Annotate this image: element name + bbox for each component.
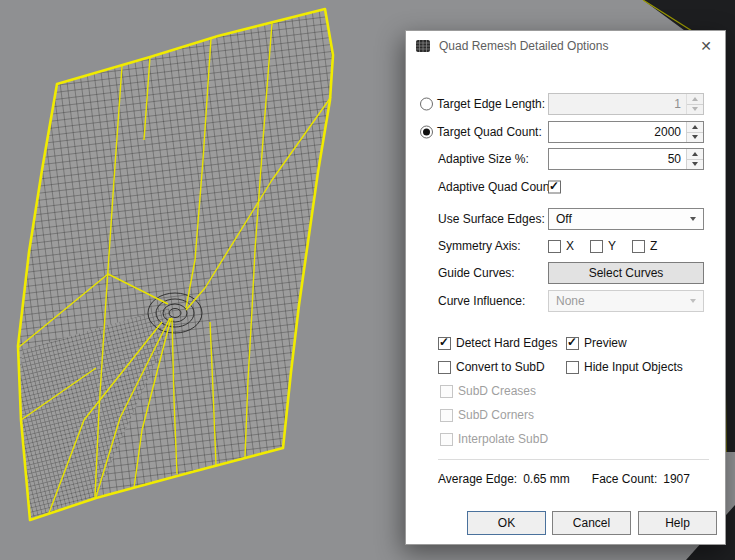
symmetry-x-label: X bbox=[566, 239, 574, 253]
row-subd-creases: SubD Creases bbox=[406, 380, 725, 402]
symmetry-z-toggle[interactable]: Z bbox=[632, 239, 657, 253]
close-icon[interactable]: ✕ bbox=[691, 34, 721, 58]
preview-label: Preview bbox=[584, 336, 627, 350]
spin-up-icon[interactable] bbox=[687, 149, 703, 159]
subd-corners-toggle: SubD Corners bbox=[440, 408, 534, 422]
row-toggles-1: Detect Hard Edges Preview bbox=[406, 332, 725, 354]
subd-creases-label: SubD Creases bbox=[458, 384, 536, 398]
use-surface-edges-dropdown[interactable]: Off bbox=[548, 208, 704, 230]
face-count-value: 1907 bbox=[663, 472, 690, 486]
symmetry-y-toggle[interactable]: Y bbox=[590, 239, 616, 253]
adaptive-quad-count-label: Adaptive Quad Count: bbox=[438, 180, 556, 194]
row-target-quad-count: Target Quad Count: 2000 bbox=[406, 121, 725, 143]
symmetry-y-label: Y bbox=[608, 239, 616, 253]
preview-toggle[interactable]: Preview bbox=[566, 336, 627, 350]
row-adaptive-size: Adaptive Size %: 50 bbox=[406, 148, 725, 170]
row-interpolate-subd: Interpolate SubD bbox=[406, 428, 725, 450]
symmetry-y-checkbox[interactable] bbox=[590, 240, 603, 253]
subd-corners-label: SubD Corners bbox=[458, 408, 534, 422]
spin-down-icon bbox=[687, 104, 703, 115]
detect-hard-edges-checkbox[interactable] bbox=[438, 337, 451, 350]
hide-input-objects-toggle[interactable]: Hide Input Objects bbox=[566, 360, 683, 374]
curve-influence-dropdown: None bbox=[548, 290, 704, 312]
target-quad-count-spinner[interactable] bbox=[686, 122, 703, 142]
row-toggles-2: Convert to SubD Hide Input Objects bbox=[406, 356, 725, 378]
row-target-edge-length: Target Edge Length: 1 bbox=[406, 93, 725, 115]
spin-up-icon[interactable] bbox=[687, 122, 703, 132]
average-edge-label: Average Edge: bbox=[438, 472, 517, 486]
hide-input-objects-label: Hide Input Objects bbox=[584, 360, 683, 374]
row-symmetry-axis: Symmetry Axis: X Y Z bbox=[406, 235, 725, 257]
interpolate-subd-label: Interpolate SubD bbox=[458, 432, 548, 446]
help-button[interactable]: Help bbox=[638, 511, 717, 535]
curve-influence-value: None bbox=[556, 294, 585, 308]
interpolate-subd-toggle: Interpolate SubD bbox=[440, 432, 548, 446]
symmetry-z-label: Z bbox=[650, 239, 657, 253]
target-quad-count-radio[interactable] bbox=[420, 126, 433, 139]
ok-button[interactable]: OK bbox=[467, 511, 546, 535]
detect-hard-edges-label: Detect Hard Edges bbox=[456, 336, 557, 350]
row-use-surface-edges: Use Surface Edges: Off bbox=[406, 208, 725, 230]
subd-creases-toggle: SubD Creases bbox=[440, 384, 536, 398]
hide-input-objects-checkbox[interactable] bbox=[566, 361, 579, 374]
adaptive-quad-count-checkbox[interactable] bbox=[548, 181, 561, 194]
row-curve-influence: Curve Influence: None bbox=[406, 290, 725, 312]
spin-up-icon bbox=[687, 94, 703, 104]
convert-to-subd-label: Convert to SubD bbox=[456, 360, 545, 374]
detect-hard-edges-toggle[interactable]: Detect Hard Edges bbox=[438, 336, 557, 350]
target-edge-length-spinner bbox=[686, 94, 703, 114]
symmetry-x-toggle[interactable]: X bbox=[548, 239, 574, 253]
face-count-label: Face Count: bbox=[592, 472, 657, 486]
adaptive-size-input[interactable]: 50 bbox=[548, 148, 704, 170]
target-edge-length-label: Target Edge Length: bbox=[437, 97, 545, 111]
guide-curves-label: Guide Curves: bbox=[438, 266, 515, 280]
target-quad-count-value[interactable]: 2000 bbox=[549, 122, 686, 142]
target-edge-length-value: 1 bbox=[549, 94, 686, 114]
quad-remesh-icon bbox=[415, 38, 431, 54]
symmetry-x-checkbox[interactable] bbox=[548, 240, 561, 253]
use-surface-edges-label: Use Surface Edges: bbox=[438, 212, 545, 226]
adaptive-size-spinner[interactable] bbox=[686, 149, 703, 169]
select-curves-button[interactable]: Select Curves bbox=[548, 262, 704, 284]
quad-remesh-options-dialog: Quad Remesh Detailed Options ✕ Target Ed… bbox=[405, 30, 726, 545]
preview-checkbox[interactable] bbox=[566, 337, 579, 350]
use-surface-edges-value: Off bbox=[556, 212, 572, 226]
dialog-title: Quad Remesh Detailed Options bbox=[439, 39, 608, 53]
divider bbox=[438, 459, 709, 460]
convert-to-subd-checkbox[interactable] bbox=[438, 361, 451, 374]
row-guide-curves: Guide Curves: Select Curves bbox=[406, 262, 725, 284]
interpolate-subd-checkbox bbox=[440, 433, 453, 446]
dialog-titlebar[interactable]: Quad Remesh Detailed Options ✕ bbox=[406, 31, 725, 61]
symmetry-axis-label: Symmetry Axis: bbox=[438, 239, 521, 253]
status-bar: Average Edge: 0.65 mm Face Count: 1907 bbox=[438, 472, 690, 486]
chevron-down-icon bbox=[690, 217, 696, 221]
target-quad-count-label: Target Quad Count: bbox=[437, 125, 542, 139]
subd-corners-checkbox bbox=[440, 409, 453, 422]
target-edge-length-radio[interactable] bbox=[420, 98, 433, 111]
symmetry-z-checkbox[interactable] bbox=[632, 240, 645, 253]
chevron-down-icon bbox=[690, 299, 696, 303]
row-adaptive-quad-count: Adaptive Quad Count: bbox=[406, 176, 725, 198]
curve-influence-label: Curve Influence: bbox=[438, 294, 525, 308]
convert-to-subd-toggle[interactable]: Convert to SubD bbox=[438, 360, 545, 374]
spin-down-icon[interactable] bbox=[687, 132, 703, 143]
cancel-button[interactable]: Cancel bbox=[552, 511, 631, 535]
average-edge-value: 0.65 mm bbox=[523, 472, 570, 486]
row-subd-corners: SubD Corners bbox=[406, 404, 725, 426]
adaptive-size-value[interactable]: 50 bbox=[549, 149, 686, 169]
target-quad-count-input[interactable]: 2000 bbox=[548, 121, 704, 143]
spin-down-icon[interactable] bbox=[687, 159, 703, 170]
adaptive-size-label: Adaptive Size %: bbox=[438, 152, 529, 166]
target-edge-length-input: 1 bbox=[548, 93, 704, 115]
subd-creases-checkbox bbox=[440, 385, 453, 398]
